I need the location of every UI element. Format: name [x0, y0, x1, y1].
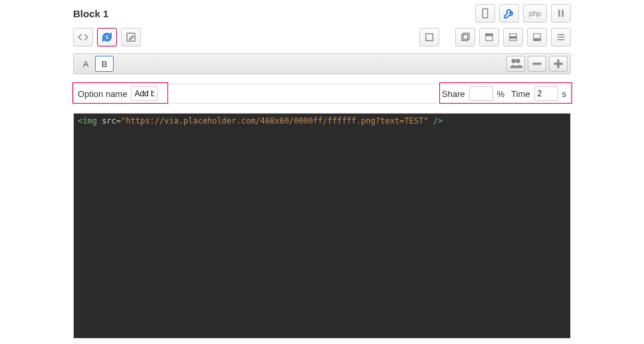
remove-variant-button[interactable] — [528, 56, 546, 72]
layout-single-button[interactable] — [419, 28, 439, 46]
device-button[interactable] — [475, 4, 495, 23]
layout-rows-button[interactable] — [551, 28, 571, 46]
svg-point-17 — [516, 58, 520, 63]
layout-bottom-button[interactable] — [527, 28, 547, 46]
add-variant-button[interactable] — [549, 56, 568, 72]
rotate-refresh-button[interactable] — [97, 28, 117, 46]
code-tag: <img — [78, 116, 97, 126]
tab-b[interactable]: B — [95, 56, 114, 72]
code-eq: = — [116, 116, 121, 126]
edit-button[interactable] — [121, 28, 141, 46]
option-name-input[interactable] — [131, 86, 158, 101]
block-title: Block 1 — [73, 8, 108, 19]
svg-rect-2 — [562, 10, 564, 17]
code-close: /> — [433, 116, 443, 126]
tab-a[interactable]: A — [76, 56, 95, 72]
svg-rect-6 — [463, 33, 469, 39]
svg-rect-4 — [426, 34, 433, 41]
time-label: Time — [511, 89, 530, 99]
layout-mid-button[interactable] — [503, 28, 523, 46]
svg-rect-0 — [483, 9, 488, 18]
svg-rect-5 — [462, 35, 468, 41]
variant-tabbar: A B — [73, 53, 571, 74]
svg-rect-1 — [558, 10, 560, 17]
groups-button[interactable] — [506, 56, 525, 72]
svg-rect-9 — [510, 37, 517, 39]
layout-top-button[interactable] — [479, 28, 499, 46]
code-value: "https://via.placeholder.com/468x60/0000… — [121, 116, 428, 126]
pause-button[interactable] — [551, 4, 571, 23]
share-label: Share — [442, 89, 465, 99]
code-view-button[interactable] — [73, 28, 93, 46]
settings-wrench-button[interactable] — [499, 4, 519, 23]
svg-point-16 — [512, 58, 516, 63]
php-button[interactable]: php — [523, 4, 547, 23]
time-input[interactable] — [534, 86, 558, 101]
code-attr: src — [102, 116, 116, 126]
share-unit: % — [497, 89, 505, 99]
layout-stack-button[interactable] — [455, 28, 475, 46]
share-input[interactable] — [469, 86, 493, 101]
option-row: Option name Share % Time s — [73, 84, 571, 104]
code-editor[interactable]: <img src="https://via.placeholder.com/46… — [73, 113, 571, 339]
time-unit: s — [562, 89, 567, 99]
option-name-label: Option name — [78, 89, 127, 99]
